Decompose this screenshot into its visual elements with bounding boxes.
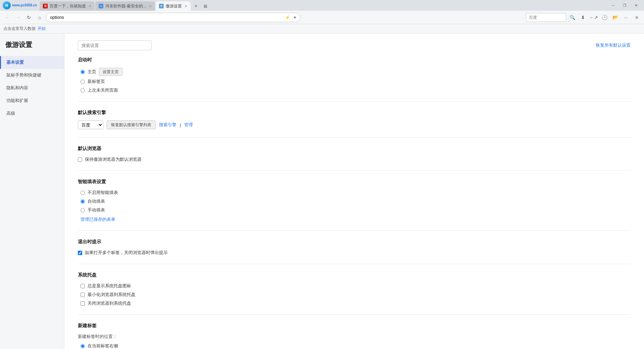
minimize-button[interactable]: ─: [608, 2, 619, 9]
nav-save-icon[interactable]: 📂: [610, 13, 620, 22]
sidebar: 傲游设置 基本设置 鼠标手势和快捷键 隐私和内容 功能和扩展 高级: [0, 34, 64, 349]
tray-always-checkbox[interactable]: [80, 284, 85, 288]
sidebar-item-advanced[interactable]: 高级: [0, 107, 64, 120]
search-engine-link2[interactable]: 管理: [184, 122, 193, 128]
back-button[interactable]: ←: [3, 13, 12, 22]
autofill-manual-option[interactable]: 手动填表: [80, 207, 631, 213]
section-autofill: 智能填表设置 不启用智能填表 自动填表 手动填表: [78, 179, 631, 231]
exit-prompt-label: 如果打开多个标签，关闭浏览器时弹出提示: [85, 250, 168, 256]
autofill-disable-option[interactable]: 不启用智能填表: [80, 190, 631, 196]
tab-title-settings: 傲游设置: [166, 3, 182, 9]
import-text: 点击这里导入数据: [3, 26, 36, 32]
refresh-button[interactable]: ↻: [24, 13, 34, 22]
tab-favicon-settings: ⚙: [159, 4, 164, 8]
sidebar-item-basic[interactable]: 基本设置: [0, 56, 64, 69]
startup-homepage-radio[interactable]: [80, 70, 85, 74]
sidebar-item-mouse[interactable]: 鼠标手势和快捷键: [0, 69, 64, 82]
nav-bookmark-icon[interactable]: ⬇: [578, 13, 588, 22]
tray-always-option[interactable]: 总是显示系统托盘图标: [80, 283, 631, 289]
startup-newtab-radio[interactable]: [80, 80, 85, 84]
autofill-auto-label: 自动填表: [88, 198, 105, 204]
tray-minimize-option[interactable]: 最小化浏览器到系统托盘: [80, 292, 631, 298]
section-exit-prompt: 退出时提示 如果打开多个标签，关闭浏览器时弹出提示: [78, 239, 631, 264]
watermark: www.pc0359.cn: [12, 3, 37, 7]
system-tray-title: 系统托盘: [78, 272, 631, 278]
tray-close-checkbox[interactable]: [80, 301, 85, 306]
settings-content: 恢复所有默认设置 启动时 主页 设置主页 新标签页: [64, 34, 644, 349]
startup-newtab-option[interactable]: 新标签页: [80, 79, 631, 85]
tab-settings[interactable]: ⚙ 傲游设置 ✕: [156, 1, 191, 11]
autofill-disable-label: 不启用智能填表: [88, 190, 118, 196]
forward-button[interactable]: →: [13, 13, 23, 22]
new-tab-position-label: 新建标签时的位置：: [78, 334, 631, 340]
reset-search-engine-button[interactable]: 恢复默认搜索引擎列表: [107, 120, 156, 129]
tab-favicon-baidu: 百: [43, 4, 48, 8]
nav-history-icon[interactable]: 🕐: [600, 13, 609, 22]
autofill-title: 智能填表设置: [78, 179, 631, 185]
default-browser-title: 默认浏览器: [78, 146, 631, 152]
search-settings-input[interactable]: [78, 40, 152, 50]
restore-defaults-link[interactable]: 恢复所有默认设置: [596, 42, 631, 48]
startup-options: 主页 设置主页 新标签页 上次未关闭页面: [78, 68, 631, 93]
nav-right: 🔍 ⬇ ←↗ 🕐 📂 ··· ≡: [526, 13, 641, 22]
browser-search-input[interactable]: [526, 13, 566, 22]
manage-saved-forms-link[interactable]: 管理已保存的表单: [80, 217, 115, 222]
autofill-disable-radio[interactable]: [80, 191, 85, 195]
search-engine-select[interactable]: 百度 Google Bing 搜狗: [78, 120, 103, 129]
new-tab-title: 新建标签: [78, 323, 631, 329]
tab-close-settings[interactable]: ✕: [184, 4, 187, 8]
startup-lastclosed-option[interactable]: 上次未关闭页面: [80, 87, 631, 93]
sidebar-item-features[interactable]: 功能和扩展: [0, 94, 64, 107]
new-tab-options: 在当前标签右侧 在当前标签右侧: [78, 343, 631, 349]
new-tab-right-current-label: 在当前标签右侧: [88, 343, 118, 349]
address-bar[interactable]: [46, 13, 301, 22]
start-link[interactable]: 开始: [38, 26, 46, 32]
tray-close-option[interactable]: 关闭浏览器到系统托盘: [80, 300, 631, 306]
startup-newtab-label: 新标签页: [88, 79, 105, 85]
close-button[interactable]: ✕: [631, 2, 641, 9]
default-browser-option[interactable]: 保持傲游浏览器为默认浏览器: [78, 156, 631, 162]
search-engine-link1[interactable]: 搜索引擎: [159, 122, 176, 128]
exit-prompt-checkbox[interactable]: [78, 251, 82, 255]
startup-homepage-option[interactable]: 主页 设置主页: [80, 68, 631, 76]
home-button[interactable]: ⌂: [35, 13, 44, 22]
tab-hedong[interactable]: H 河东软件园-最安全的... ✕: [95, 1, 155, 11]
dropdown-icon[interactable]: ▾: [292, 14, 298, 20]
section-search-engine: 默认搜索引擎 百度 Google Bing 搜狗 恢复默认搜索引擎列表 搜索引擎…: [78, 110, 631, 138]
startup-lastclosed-label: 上次未关闭页面: [88, 87, 118, 93]
default-browser-checkbox[interactable]: [78, 157, 82, 162]
tab-baidu[interactable]: 百 百度一下，你就知道 ✕: [40, 1, 95, 11]
autofill-auto-option[interactable]: 自动填表: [80, 198, 631, 204]
new-tab-right-current-radio[interactable]: [80, 344, 85, 348]
nav-user-icon[interactable]: ←↗: [589, 13, 598, 22]
main-content: 傲游设置 基本设置 鼠标手势和快捷键 隐私和内容 功能和扩展 高级 恢复所有默认…: [0, 34, 644, 349]
new-tab-button[interactable]: +: [191, 1, 201, 11]
settings-header: 恢复所有默认设置: [78, 40, 631, 50]
search-engine-separator: |: [180, 122, 181, 128]
tab-close-hedong[interactable]: ✕: [149, 4, 152, 8]
nav-more-icon[interactable]: ···: [621, 13, 631, 22]
nav-bar: ← → ↻ ⌂ ⚡ ▾ 🔍 ⬇ ←↗ 🕐 📂 ··· ≡: [0, 11, 644, 24]
sidebar-title: 傲游设置: [0, 37, 64, 56]
nav-search-icon[interactable]: 🔍: [568, 13, 577, 22]
autofill-auto-radio[interactable]: [80, 199, 85, 204]
tray-minimize-checkbox[interactable]: [80, 293, 85, 297]
tab-grid-button[interactable]: ⊞: [201, 1, 210, 11]
exit-prompt-option[interactable]: 如果打开多个标签，关闭浏览器时弹出提示: [78, 250, 631, 256]
section-system-tray: 系统托盘 总是显示系统托盘图标 最小化浏览器到系统托盘 关闭浏览器到系统托盘: [78, 272, 631, 315]
startup-lastclosed-radio[interactable]: [80, 88, 85, 93]
autofill-manual-radio[interactable]: [80, 208, 85, 212]
lightning-icon[interactable]: ⚡: [284, 14, 290, 20]
new-tab-right-current-option[interactable]: 在当前标签右侧: [80, 343, 631, 349]
set-homepage-button[interactable]: 设置主页: [99, 68, 122, 76]
tab-close-baidu[interactable]: ✕: [89, 4, 91, 8]
restore-button[interactable]: ❐: [619, 2, 630, 9]
address-bar-wrap: ⚡ ▾: [46, 13, 301, 22]
nav-menu-icon[interactable]: ≡: [632, 13, 641, 22]
default-browser-label: 保持傲游浏览器为默认浏览器: [85, 156, 142, 162]
tab-title-baidu: 百度一下，你就知道: [50, 3, 86, 9]
exit-prompt-title: 退出时提示: [78, 239, 631, 245]
search-engine-row: 百度 Google Bing 搜狗 恢复默认搜索引擎列表 搜索引擎 | 管理: [78, 120, 631, 129]
sidebar-item-privacy[interactable]: 隐私和内容: [0, 82, 64, 94]
browser-logo: M: [3, 1, 11, 9]
